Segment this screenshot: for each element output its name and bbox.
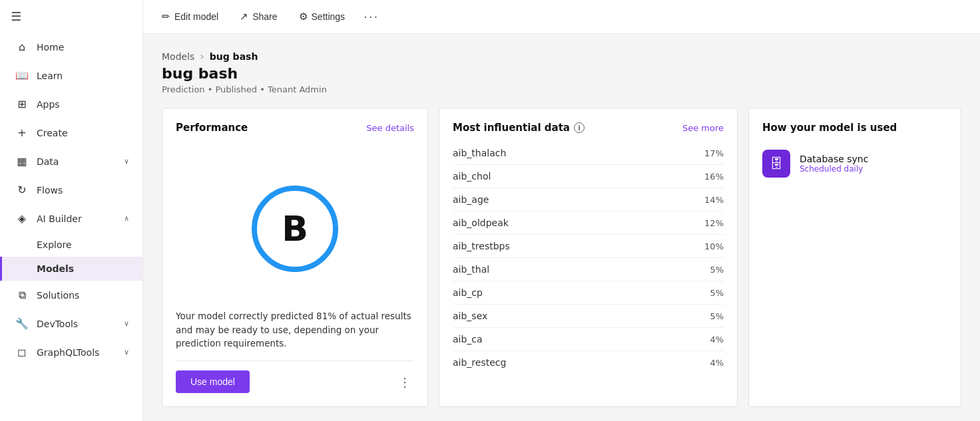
flows-icon: ↻ (15, 184, 29, 196)
usage-item-sub[interactable]: Scheduled daily (800, 164, 868, 174)
see-details-link[interactable]: See details (366, 123, 414, 133)
data-row-pct: 4% (710, 358, 724, 368)
usage-card: How your model is used 🗄 Database sync S… (748, 108, 961, 407)
sidebar-item-label: Apps (37, 99, 129, 110)
influential-title: Most influential data i (453, 122, 585, 134)
breadcrumb-parent-link[interactable]: Models (162, 51, 194, 62)
data-row-pct: 5% (710, 288, 724, 298)
sidebar-item-label: Flows (37, 185, 129, 196)
chevron-down-icon: ∨ (124, 319, 129, 328)
apps-icon: ⊞ (15, 98, 29, 110)
hamburger-icon[interactable]: ☰ (11, 9, 21, 23)
data-row: aib_cp 5% (453, 281, 724, 305)
data-row-name: aib_thalach (453, 148, 506, 158)
sidebar-item-label: Create (37, 128, 129, 138)
data-row-pct: 17% (704, 148, 724, 158)
data-row: aib_thalach 17% (453, 142, 724, 165)
data-row-name: aib_age (453, 194, 489, 205)
data-row: aib_trestbps 10% (453, 235, 724, 258)
edit-model-label: Edit model (174, 11, 218, 22)
sidebar-item-solutions[interactable]: ⧉ Solutions (0, 281, 142, 309)
performance-card-footer: Use model ⋮ (176, 360, 414, 393)
sidebar: ☰ ⌂ Home 📖 Learn ⊞ Apps + Create ▦ Data … (0, 0, 143, 421)
page-meta: Prediction • Published • Tenant Admin (162, 84, 961, 94)
usage-card-header: How your model is used (762, 122, 947, 134)
devtools-icon: 🔧 (15, 317, 29, 330)
chevron-down-icon: ∨ (124, 348, 129, 356)
data-row: aib_sex 5% (453, 305, 724, 328)
data-row-pct: 16% (704, 172, 724, 182)
performance-chart: B (176, 142, 414, 309)
data-row-name: aib_thal (453, 264, 489, 275)
data-row: aib_ca 4% (453, 328, 724, 351)
data-row-name: aib_ca (453, 334, 483, 345)
sidebar-top: ☰ (0, 0, 142, 33)
share-button[interactable]: ↗ Share (237, 9, 280, 24)
data-row-pct: 4% (710, 335, 724, 345)
create-icon: + (15, 126, 29, 139)
ai-builder-icon: ◈ (15, 212, 29, 225)
sidebar-item-create[interactable]: + Create (0, 118, 142, 147)
sidebar-sub-item-models[interactable]: Models (0, 257, 142, 281)
data-row-name: aib_trestbps (453, 241, 510, 251)
sidebar-item-flows[interactable]: ↻ Flows (0, 176, 142, 204)
sidebar-sub-item-label: Explore (37, 239, 72, 250)
data-row-name: aib_cp (453, 287, 483, 298)
pencil-icon: ✏ (162, 11, 170, 23)
usage-title: How your model is used (762, 122, 897, 134)
grade-circle: B (252, 186, 338, 272)
gear-icon: ⚙ (299, 11, 308, 23)
sidebar-item-home[interactable]: ⌂ Home (0, 33, 142, 61)
use-model-button[interactable]: Use model (176, 370, 250, 393)
sidebar-item-label: AI Builder (37, 213, 116, 224)
sidebar-item-ai-builder[interactable]: ◈ AI Builder ∧ (0, 204, 142, 233)
breadcrumb-current: bug bash (210, 51, 258, 62)
performance-card-header: Performance See details (176, 122, 414, 134)
sidebar-sub-item-explore[interactable]: Explore (0, 233, 142, 257)
sidebar-item-label: Solutions (37, 290, 129, 301)
see-more-link[interactable]: See more (682, 123, 724, 133)
graphql-icon: ◻ (15, 346, 29, 358)
settings-button[interactable]: ⚙ Settings (296, 9, 348, 24)
influential-data-card: Most influential data i See more aib_tha… (439, 108, 738, 407)
data-row-pct: 14% (704, 195, 724, 205)
breadcrumb: Models › bug bash (162, 50, 961, 63)
performance-more-button[interactable]: ⋮ (395, 372, 414, 391)
chevron-down-icon: ∨ (124, 157, 129, 166)
data-row: aib_oldpeak 12% (453, 211, 724, 235)
performance-description: Your model correctly predicted 81% of ac… (176, 309, 414, 350)
sidebar-item-learn[interactable]: 📖 Learn (0, 61, 142, 90)
influential-card-header: Most influential data i See more (453, 122, 724, 134)
sidebar-item-label: Home (37, 42, 129, 53)
sidebar-item-label: Learn (37, 70, 129, 81)
settings-label: Settings (312, 11, 346, 22)
usage-item: 🗄 Database sync Scheduled daily (762, 142, 947, 186)
book-icon: 📖 (15, 69, 29, 82)
info-icon[interactable]: i (574, 122, 585, 133)
sidebar-sub-item-label: Models (37, 263, 74, 274)
sidebar-item-apps[interactable]: ⊞ Apps (0, 90, 142, 118)
data-row: aib_thal 5% (453, 258, 724, 281)
sidebar-item-devtools[interactable]: 🔧 DevTools ∨ (0, 309, 142, 338)
share-label: Share (252, 11, 277, 22)
usage-item-text: Database sync Scheduled daily (800, 154, 868, 174)
data-row-name: aib_oldpeak (453, 217, 509, 228)
sidebar-item-graphql[interactable]: ◻ GraphQLTools ∨ (0, 338, 142, 366)
data-row: aib_age 14% (453, 188, 724, 211)
sidebar-item-data[interactable]: ▦ Data ∨ (0, 147, 142, 176)
breadcrumb-separator: › (200, 50, 204, 63)
data-row: aib_restecg 4% (453, 351, 724, 374)
chevron-up-icon: ∧ (124, 214, 129, 223)
edit-model-button[interactable]: ✏ Edit model (159, 9, 221, 24)
sidebar-item-label: GraphQLTools (37, 347, 116, 358)
data-row-name: aib_sex (453, 311, 487, 321)
page-title: bug bash (162, 65, 961, 82)
main-content: ✏ Edit model ↗ Share ⚙ Settings ··· Mode… (143, 0, 980, 421)
content-area: Models › bug bash bug bash Prediction • … (143, 34, 980, 421)
data-row-name: aib_chol (453, 171, 491, 182)
performance-title: Performance (176, 122, 248, 134)
sidebar-item-label: DevTools (37, 319, 116, 329)
home-icon: ⌂ (15, 41, 29, 53)
more-options-button[interactable]: ··· (364, 10, 379, 24)
influential-data-rows: aib_thalach 17% aib_chol 16% aib_age 14%… (453, 142, 724, 393)
